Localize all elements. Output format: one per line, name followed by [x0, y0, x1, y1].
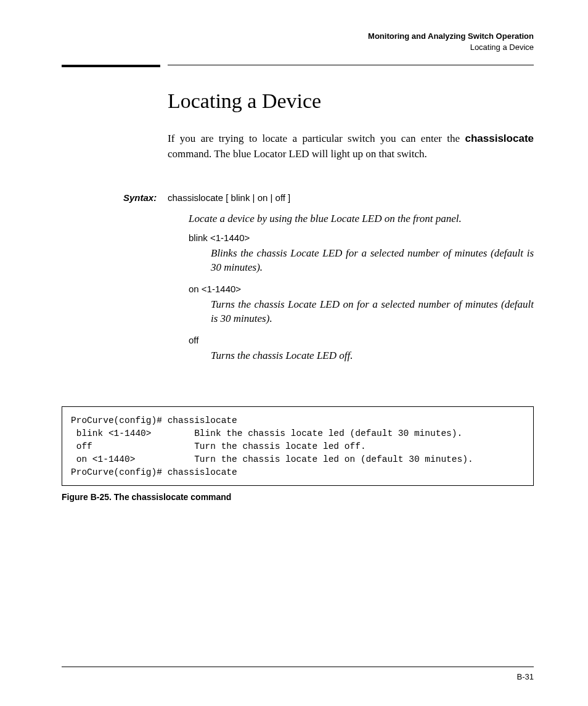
syntax-lead-desc: Locate a device by using the blue Locate…: [189, 211, 534, 226]
running-header: Monitoring and Analyzing Switch Operatio…: [62, 31, 534, 52]
syntax-option-term-1: on <1-1440>: [189, 284, 534, 294]
header-rule: [62, 65, 534, 67]
syntax-option-term-0: blink <1-1440>: [189, 232, 534, 243]
syntax-row: Syntax: chassislocate [ blink | on | off…: [123, 192, 534, 203]
syntax-option-desc-1: Turns the chassis Locate LED on for a se…: [211, 298, 534, 326]
header-chapter: Monitoring and Analyzing Switch Operatio…: [62, 31, 534, 42]
syntax-option-term-2: off: [189, 335, 534, 345]
figure-caption: Figure B-25. The chassislocate command: [62, 492, 534, 502]
syntax-option-desc-2: Turns the chassis Locate LED off.: [211, 349, 534, 363]
syntax-label: Syntax:: [123, 192, 168, 203]
section-title: Locating a Device: [168, 89, 534, 113]
syntax-option-desc-0: Blinks the chassis Locate LED for a sele…: [211, 247, 534, 275]
header-section: Locating a Device: [62, 42, 534, 53]
syntax-command: chassislocate [ blink | on | off ]: [168, 192, 290, 203]
intro-pre: If you are trying to locate a particular…: [168, 133, 465, 144]
page-number: B-31: [517, 672, 534, 681]
page-footer: B-31: [62, 667, 534, 681]
intro-paragraph: If you are trying to locate a particular…: [168, 131, 534, 162]
terminal-output: ProCurve(config)# chassislocate blink <1…: [62, 406, 534, 486]
intro-command: chassislocate: [465, 133, 534, 144]
intro-post: command. The blue Locator LED will light…: [168, 148, 427, 160]
